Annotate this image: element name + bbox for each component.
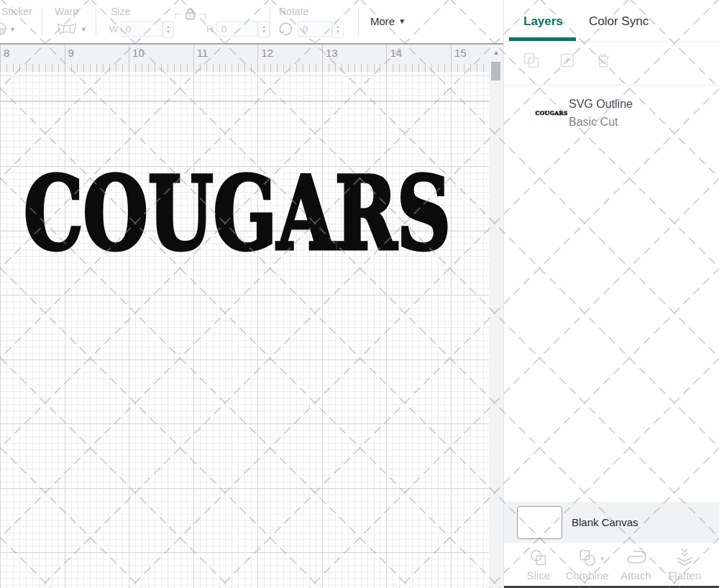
combine-icon: ▼: [577, 548, 597, 568]
work-area: 8 9 10 11 12 13 14 15 COUGARS ▲: [0, 43, 503, 588]
flatten-icon: [674, 548, 695, 568]
attach-label: Attach: [620, 569, 651, 582]
design-app-window: Sticker ▼ Warp ▼ Size W ▲ ▼: [0, 0, 719, 588]
combine-caret-icon: ▼: [600, 556, 605, 562]
combine-button[interactable]: ▼ Combine: [563, 543, 612, 586]
stepper-up-icon[interactable]: ▲: [262, 24, 266, 29]
delete-layer-icon[interactable]: [595, 52, 613, 70]
height-stepper[interactable]: ▲ ▼: [258, 21, 270, 38]
stepper-up-icon[interactable]: ▲: [336, 24, 340, 29]
width-stepper[interactable]: ▲ ▼: [162, 21, 174, 38]
sticker-caret-icon[interactable]: ▼: [9, 26, 16, 33]
ruler-number: 10: [132, 47, 145, 59]
combine-label: Combine: [566, 569, 609, 582]
lock-icon[interactable]: [184, 7, 196, 24]
layer-thumbnail: COUGARS: [539, 107, 564, 119]
size-link-bracket: [199, 14, 206, 19]
stepper-down-icon[interactable]: ▼: [336, 29, 340, 35]
more-button[interactable]: More ▼: [370, 15, 406, 27]
design-canvas[interactable]: COUGARS: [0, 72, 489, 588]
more-caret-icon: ▼: [398, 17, 406, 25]
slice-label: Slice: [527, 569, 551, 582]
size-link-bracket: [175, 14, 182, 19]
height-input[interactable]: [216, 21, 258, 37]
flatten-button[interactable]: Flatten: [660, 543, 709, 586]
width-axis-label: W: [109, 24, 118, 35]
blank-canvas-row[interactable]: Blank Canvas: [504, 502, 719, 543]
ruler-number: 15: [454, 47, 467, 59]
sticker-section-label: Sticker: [1, 6, 32, 17]
warp-caret-icon[interactable]: ▼: [81, 26, 87, 33]
ruler-minor-ticks: [0, 64, 489, 72]
flatten-label: Flatten: [668, 569, 701, 582]
warp-icon[interactable]: [56, 22, 78, 38]
toolbar-divider: [270, 7, 270, 36]
group-icon[interactable]: [523, 52, 541, 70]
vertical-scrollbar[interactable]: ▲: [489, 45, 503, 588]
ruler-number: 11: [197, 47, 209, 59]
warp-section-label: Warp: [55, 6, 78, 17]
tab-color-sync[interactable]: Color Sync: [589, 14, 649, 29]
slice-icon: [528, 548, 549, 568]
more-label: More: [370, 15, 395, 27]
top-toolbar: Sticker ▼ Warp ▼ Size W ▲ ▼: [0, 0, 503, 43]
size-section-label: Size: [111, 6, 130, 17]
layer-thumbnail-text: COUGARS: [535, 110, 567, 116]
slice-button[interactable]: Slice: [514, 543, 563, 586]
rotate-icon[interactable]: [278, 21, 294, 40]
toolbar-divider: [42, 7, 42, 36]
layer-tools-row: [504, 41, 719, 86]
layer-text-block: SVG Outline Basic Cut: [569, 95, 633, 131]
height-axis-label: H: [206, 24, 213, 35]
width-input[interactable]: [121, 21, 162, 37]
blank-canvas-swatch[interactable]: [517, 506, 562, 539]
ruler-number: 8: [4, 47, 9, 59]
layers-panel: Layers Color Sync: [503, 0, 719, 588]
toolbar-divider: [96, 7, 96, 36]
stepper-down-icon[interactable]: ▼: [166, 29, 170, 35]
layer-subtitle: Basic Cut: [569, 113, 633, 131]
design-text: COUGARS: [24, 168, 451, 259]
toolbar-divider: [358, 7, 359, 36]
rotate-stepper[interactable]: ▲ ▼: [332, 21, 344, 38]
horizontal-ruler: 8 9 10 11 12 13 14 15: [0, 45, 489, 72]
attach-button[interactable]: Attach: [612, 543, 661, 586]
ruler-number: 14: [390, 47, 402, 59]
layer-item-svg-outline[interactable]: COUGARS SVG Outline Basic Cut: [504, 91, 719, 135]
scrollbar-thumb[interactable]: [491, 62, 500, 81]
blank-canvas-label: Blank Canvas: [572, 516, 638, 528]
ruler-number: 13: [326, 47, 338, 59]
layer-actions-bar: Slice ▼ Combine Attach: [504, 543, 719, 586]
stepper-up-icon[interactable]: ▲: [166, 24, 170, 29]
add-layer-icon[interactable]: [559, 52, 577, 70]
ruler-number: 12: [261, 47, 273, 59]
cougars-design[interactable]: COUGARS: [22, 168, 454, 262]
scroll-up-icon[interactable]: ▲: [489, 49, 503, 56]
rotate-input[interactable]: [298, 21, 332, 37]
layer-title: SVG Outline: [569, 95, 633, 113]
attach-icon: [623, 548, 648, 568]
panel-tabbar: Layers Color Sync: [504, 0, 719, 42]
tab-layers[interactable]: Layers: [523, 14, 563, 29]
rotate-section-label: Rotate: [279, 6, 308, 17]
stepper-down-icon[interactable]: ▼: [262, 29, 266, 35]
ruler-number: 9: [68, 47, 74, 59]
